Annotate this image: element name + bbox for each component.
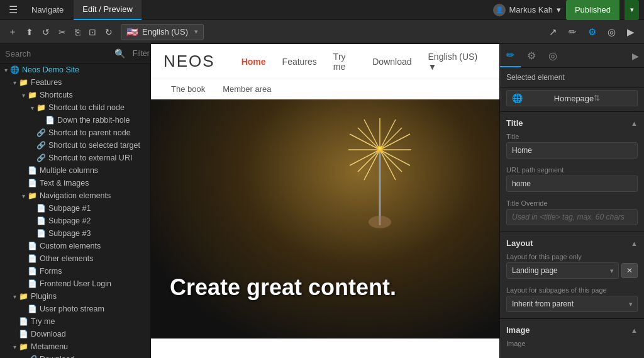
tree-item[interactable]: 📄Try me <box>0 315 150 328</box>
panel-tab-preview[interactable]: ◎ <box>542 44 564 67</box>
layout-page-select-wrapper: Landing page <box>506 262 619 279</box>
svg-line-1 <box>380 128 402 150</box>
tree-item[interactable]: 🔗Shortcut to external URI <box>0 152 150 164</box>
element-selector[interactable]: 🌐 Homepage ⇅ <box>506 90 638 106</box>
tree-item[interactable]: 📄Subpage #3 <box>0 227 150 240</box>
tree-item[interactable]: ▾📁Navigation elements <box>0 189 150 202</box>
tree-item-label: Neos Demo Site <box>22 65 79 74</box>
tree-item[interactable]: ▾📁Plugins <box>0 290 150 303</box>
panel-tab-edit[interactable]: ✏ <box>500 44 521 67</box>
title-input[interactable] <box>506 142 638 159</box>
published-button[interactable]: Published <box>566 0 619 20</box>
edit-btn[interactable]: ✏ <box>564 24 581 40</box>
tree-item-label: Features <box>31 78 62 87</box>
layout-subpage-select[interactable]: Inherit from parent <box>506 296 638 312</box>
toolbar-add-btn[interactable]: ＋ <box>5 24 20 40</box>
secondary-nav: The book Member area <box>151 79 499 99</box>
toolbar-paste-btn[interactable]: ⊡ <box>86 25 99 40</box>
nav-link-download[interactable]: Download <box>365 53 419 70</box>
nav-link-features[interactable]: Features <box>275 53 325 70</box>
filter-button[interactable]: Filter <box>129 48 151 59</box>
panel-tabs: ✏ ⚙ ◎ ▶ <box>500 44 644 68</box>
preview-area: NEOS Home Features Try me Download Engli… <box>151 44 499 358</box>
tree-item[interactable]: ▾📁Features <box>0 76 150 89</box>
divider-2 <box>500 232 644 232</box>
nav-link-tryme[interactable]: Try me <box>326 48 364 76</box>
toolbar-up-btn[interactable]: ⬆ <box>23 25 36 40</box>
toolbar-undo-btn[interactable]: ↺ <box>39 25 53 40</box>
tree-item[interactable]: ▾📁Shortcut to child node <box>0 101 150 114</box>
tree-item-label: Text & images <box>40 179 89 187</box>
tree-item-label: User photo stream <box>40 305 104 313</box>
layout-clear-button[interactable]: ✕ <box>621 263 638 278</box>
hero-text: Create great content. <box>170 274 396 301</box>
link-icon: 🔗 <box>36 141 46 150</box>
nav-link-memberarea[interactable]: Member area <box>215 82 279 96</box>
tree-item[interactable]: 📄Subpage #1 <box>0 202 150 215</box>
tree-item[interactable]: 📄Custom elements <box>0 240 150 252</box>
page-icon: 📄 <box>28 279 37 288</box>
navigate-tab[interactable]: Navigate <box>23 0 72 20</box>
section-title-header[interactable]: Title ▲ <box>500 113 644 130</box>
layout-subpage-field-group: Layout for subpages of this page Inherit… <box>500 284 644 317</box>
tree-item-label: Subpage #1 <box>48 204 91 213</box>
tree-item[interactable]: 📄Frontend User Login <box>0 277 150 290</box>
tree-item[interactable]: 🔗Shortcut to selected target <box>0 139 150 152</box>
page-icon: 📄 <box>28 179 37 187</box>
tree-item[interactable]: ▾🌐Neos Demo Site <box>0 64 150 76</box>
tree-item-label: Custom elements <box>40 242 101 250</box>
more-btn[interactable]: ▶ <box>623 24 639 40</box>
svg-point-16 <box>376 146 384 154</box>
tree-item[interactable]: 📄Subpage #2 <box>0 215 150 227</box>
tree-item-label: Metamenu <box>31 342 68 351</box>
section-layout-header[interactable]: Layout ▲ <box>500 233 644 250</box>
title-override-input[interactable] <box>506 209 638 225</box>
tree-item[interactable]: 📄Other elements <box>0 252 150 265</box>
search-input[interactable] <box>5 49 111 59</box>
toolbar-copy-btn[interactable]: ⎘ <box>72 25 83 40</box>
tree-item[interactable]: 🔗Shortcut to parent node <box>0 126 150 139</box>
published-dropdown-button[interactable]: ▾ <box>625 0 639 20</box>
tree-item[interactable]: ▾📁Metamenu <box>0 340 150 353</box>
sidebar-tree: ▾🌐Neos Demo Site▾📁Features▾📁Shortcuts▾📁S… <box>0 64 150 358</box>
tree-item-label: Multiple columns <box>40 166 98 175</box>
toolbar-cut-btn[interactable]: ✂ <box>55 25 69 40</box>
tree-item[interactable]: 📄Download <box>0 328 150 340</box>
tree-item[interactable]: ▾📁Shortcuts <box>0 89 150 101</box>
top-bar: ☰ Navigate Edit / Preview 👤 Markus Kah ▾… <box>0 0 644 20</box>
toggle-icon: ▾ <box>1 67 10 74</box>
nav-link-thebook[interactable]: The book <box>164 82 213 96</box>
section-image-arrow: ▲ <box>631 327 638 334</box>
edit-preview-tab[interactable]: Edit / Preview <box>74 0 141 20</box>
hamburger-button[interactable]: ☰ <box>5 1 21 18</box>
tree-item-label: Plugins <box>31 292 57 301</box>
layout-page-select[interactable]: Landing page <box>506 262 619 279</box>
main-area: 🔍 Filter ⇅ ▾🌐Neos Demo Site▾📁Features▾📁S… <box>0 44 644 358</box>
tree-item[interactable]: 📄Multiple columns <box>0 164 150 177</box>
url-input[interactable] <box>506 176 638 192</box>
preview-btn[interactable]: ◎ <box>603 24 620 40</box>
tree-item-label: Shortcuts <box>40 91 73 99</box>
page-icon: 📄 <box>45 116 55 125</box>
tree-item[interactable]: 📄User photo stream <box>0 303 150 315</box>
tree-item[interactable]: 🔗Download <box>0 353 150 358</box>
tree-item[interactable]: 📄Down the rabbit-hole <box>0 114 150 126</box>
panel-tab-settings[interactable]: ⚙ <box>521 44 542 67</box>
toolbar-redo-btn[interactable]: ↻ <box>102 25 116 40</box>
nav-link-lang[interactable]: English (US) ▼ <box>421 48 487 76</box>
nav-link-home[interactable]: Home <box>234 53 274 70</box>
section-image-label: Image <box>506 325 530 335</box>
external-link-btn[interactable]: ↗ <box>545 24 562 40</box>
selected-element-bar: Selected element <box>500 68 644 87</box>
tree-item[interactable]: 📄Text & images <box>0 177 150 189</box>
section-image-header[interactable]: Image ▲ <box>500 320 644 337</box>
panel-more-button[interactable]: ▶ <box>627 44 644 67</box>
language-selector[interactable]: 🇺🇸 English (US) ▾ <box>121 24 204 40</box>
tree-item-label: Shortcut to parent node <box>48 128 131 137</box>
layout-subpage-select-wrapper: Inherit from parent <box>506 296 638 312</box>
properties-btn[interactable]: ⚙ <box>584 24 601 40</box>
tree-item-label: Navigation elements <box>40 191 111 200</box>
svg-line-6 <box>358 150 380 172</box>
tree-item[interactable]: 📄Forms <box>0 265 150 277</box>
url-field-label: URL path segment <box>506 166 638 174</box>
